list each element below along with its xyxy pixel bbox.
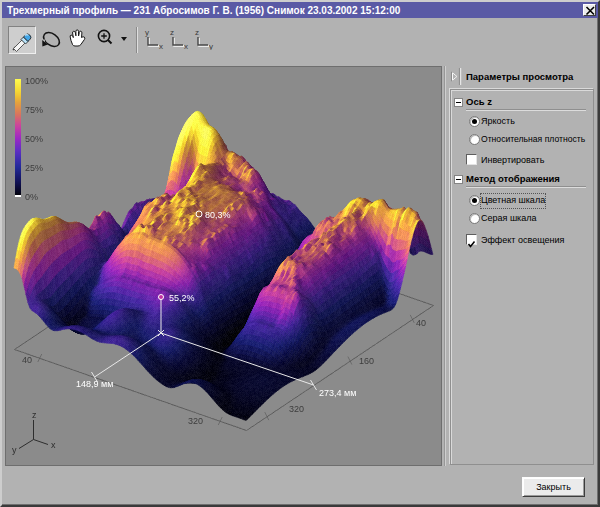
svg-text:x: x <box>159 42 163 50</box>
svg-text:z: z <box>170 28 174 37</box>
svg-text:x: x <box>184 42 188 50</box>
svg-text:y: y <box>209 42 213 50</box>
svg-text:z: z <box>195 28 199 37</box>
svg-text:y: y <box>145 28 149 37</box>
